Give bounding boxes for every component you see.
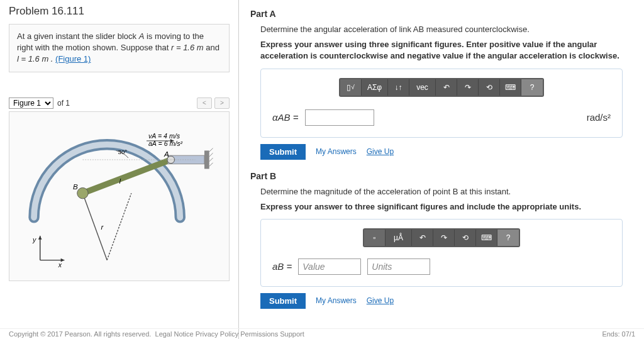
svg-line-7: [209, 153, 213, 157]
part-b-instructions: Express your answer to three significant…: [260, 201, 623, 213]
fig-B: B: [73, 182, 78, 191]
part-b-toolbar: ▫ µÅ ↶ ↷ ⟲ ⌨ ?: [363, 228, 520, 247]
reset-icon[interactable]: ⟲: [479, 79, 500, 96]
stmt-pre: At a given instant the slider block: [17, 31, 139, 41]
part-a-answer-box: ▯√ ΑΣφ ↓↑ vec ↶ ↷ ⟲ ⌨ ? αAB = rad/s²: [260, 69, 623, 138]
part-a-input[interactable]: [305, 109, 374, 126]
part-b-value-input[interactable]: Value: [298, 258, 361, 275]
part-a-instructions: Express your answer using three signific…: [260, 39, 623, 62]
help-b-icon[interactable]: ?: [497, 230, 519, 246]
part-a-toolbar: ▯√ ΑΣφ ↓↑ vec ↶ ↷ ⟲ ⌨ ?: [339, 78, 544, 97]
help-icon[interactable]: ?: [521, 79, 543, 96]
tool-subscript-button[interactable]: ↓↑: [388, 79, 409, 96]
svg-line-8: [209, 158, 213, 162]
svg-line-2: [82, 160, 170, 193]
part-b-my-answers-link[interactable]: My Answers: [316, 296, 357, 305]
reset-b-icon[interactable]: ⟲: [455, 230, 476, 246]
fig-r: r: [101, 223, 104, 231]
figure-prev-button[interactable]: <: [197, 97, 212, 109]
stmt-r: r = 1.6 m: [171, 43, 204, 52]
part-a-unit: rad/s²: [587, 112, 611, 123]
tool-units-button[interactable]: µÅ: [386, 230, 412, 246]
fig-y: y: [32, 235, 36, 243]
svg-line-9: [209, 162, 213, 166]
part-b-give-up-link[interactable]: Give Up: [367, 296, 394, 305]
stmt-mid2: and: [204, 43, 219, 52]
part-a-prompt: Determine the angular acceleration of li…: [260, 24, 623, 35]
problem-title: Problem 16.111: [9, 5, 230, 18]
fig-angle: 30°: [118, 148, 128, 155]
keyboard-b-icon[interactable]: ⌨: [476, 230, 497, 246]
part-b-prompt: Determine the magnitude of the accelerat…: [260, 186, 623, 197]
part-b-title: Part B: [250, 171, 633, 181]
part-a-submit-button[interactable]: Submit: [260, 144, 306, 160]
svg-marker-14: [38, 235, 42, 239]
part-a-title: Part A: [250, 9, 633, 19]
part-a-give-up-link[interactable]: Give Up: [367, 147, 394, 156]
fig-l: l: [119, 176, 121, 184]
fig-va: vA = 4 m/s: [148, 132, 180, 140]
part-b-submit-button[interactable]: Submit: [260, 293, 306, 309]
svg-point-3: [77, 187, 88, 198]
footer-links[interactable]: Legal Notice Privacy Policy Permissions …: [155, 330, 304, 338]
part-a-prompt-text: Determine the angular acceleration of li…: [260, 25, 530, 34]
tool-template-icon[interactable]: ▯√: [340, 79, 362, 96]
tool-root: √: [351, 84, 355, 91]
part-a-my-answers-link[interactable]: My Answers: [316, 147, 357, 156]
undo-b-icon[interactable]: ↶: [412, 230, 433, 246]
tool-template-b-icon[interactable]: ▫: [364, 230, 386, 246]
svg-line-1: [107, 193, 131, 260]
stmt-l: l = 1.6 m .: [17, 54, 53, 64]
ends-text: Ends: 07/1: [602, 330, 635, 338]
part-b-answer-box: ▫ µÅ ↶ ↷ ⟲ ⌨ ? aB = Value Units: [260, 219, 623, 287]
keyboard-icon[interactable]: ⌨: [500, 79, 521, 96]
problem-statement: At a given instant the slider block A is…: [9, 24, 230, 72]
svg-line-6: [209, 148, 213, 152]
undo-icon[interactable]: ↶: [436, 79, 457, 96]
fig-A: A: [164, 150, 169, 158]
part-b-var-label: aB =: [272, 261, 292, 272]
copyright-text: Copyright © 2017 Pearson. All rights res…: [9, 330, 151, 338]
redo-icon[interactable]: ↷: [457, 79, 479, 96]
tool-vec-button[interactable]: vec: [409, 79, 436, 96]
svg-rect-5: [204, 150, 209, 169]
tool-greek-button[interactable]: ΑΣφ: [362, 79, 388, 96]
figure-svg: vA = 4 m/s aA = 6 m/s² 30° B A l r x y: [16, 118, 223, 274]
footer: Copyright © 2017 Pearson. All rights res…: [0, 328, 644, 339]
part-b-units-input[interactable]: Units: [367, 258, 430, 275]
redo-b-icon[interactable]: ↷: [433, 230, 455, 246]
figure-select[interactable]: Figure 1: [9, 97, 53, 109]
figure-link[interactable]: (Figure 1): [55, 54, 91, 64]
part-a-var-label: αAB =: [272, 112, 299, 123]
figure-of: of 1: [57, 99, 70, 108]
figure-next-button[interactable]: >: [214, 97, 230, 109]
figure-area: vA = 4 m/s aA = 6 m/s² 30° B A l r x y: [9, 111, 230, 281]
fig-x: x: [58, 261, 62, 269]
